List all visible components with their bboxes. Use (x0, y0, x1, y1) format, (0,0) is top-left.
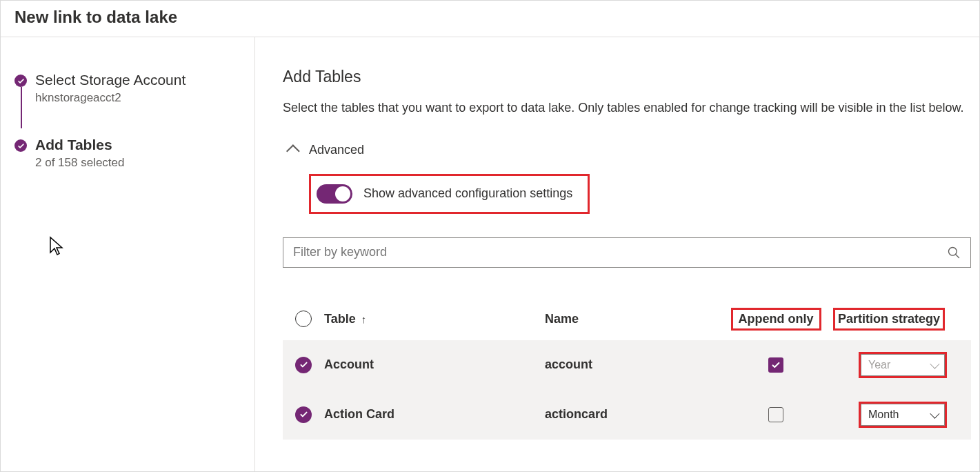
step-title: Add Tables (35, 137, 124, 153)
partition-strategy-select[interactable]: Year (861, 354, 945, 376)
step-subtitle: hknstorageacct2 (35, 91, 186, 105)
row-select-checkbox[interactable] (295, 406, 312, 423)
chevron-down-icon (930, 409, 939, 418)
cursor-icon (49, 236, 66, 262)
filter-input-wrapper[interactable] (283, 237, 971, 268)
chevron-down-icon (930, 359, 939, 368)
filter-input[interactable] (293, 245, 947, 259)
advanced-settings-toggle-row: Show advanced configuration settings (309, 174, 590, 214)
append-only-checkbox[interactable] (768, 407, 783, 422)
advanced-label: Advanced (309, 143, 364, 157)
wizard-sidebar: Select Storage Account hknstorageacct2 A… (1, 37, 255, 472)
select-all-checkbox[interactable] (295, 311, 312, 327)
advanced-toggle-header[interactable]: Advanced (290, 143, 952, 157)
svg-line-1 (956, 254, 959, 257)
chevron-up-icon (286, 145, 300, 159)
step-subtitle: 2 of 158 selected (35, 156, 124, 170)
step-add-tables[interactable]: Add Tables 2 of 158 selected (14, 137, 241, 170)
show-advanced-toggle[interactable] (317, 184, 352, 204)
toggle-label: Show advanced configuration settings (363, 186, 572, 201)
row-name: actioncard (545, 407, 724, 422)
table-header-row: Table ↑ Name Append only Partition strat… (283, 302, 971, 340)
row-table-name: Action Card (324, 407, 545, 422)
check-icon (14, 139, 27, 152)
column-partition-strategy[interactable]: Partition strategy (833, 308, 945, 331)
section-description: Select the tables that you want to expor… (283, 99, 971, 118)
table-row[interactable]: Action Card actioncard Month (283, 390, 971, 440)
step-title: Select Storage Account (35, 72, 186, 88)
partition-strategy-select[interactable]: Month (861, 404, 945, 426)
tables-list: Table ↑ Name Append only Partition strat… (283, 302, 971, 440)
select-value: Year (868, 359, 890, 371)
step-connector (21, 87, 22, 128)
step-select-storage[interactable]: Select Storage Account hknstorageacct2 (14, 72, 241, 105)
row-table-name: Account (324, 357, 545, 372)
column-table[interactable]: Table ↑ (324, 312, 545, 326)
column-name[interactable]: Name (545, 312, 724, 326)
table-row[interactable]: Account account Year (283, 340, 971, 390)
sort-ascending-icon: ↑ (361, 313, 367, 325)
row-select-checkbox[interactable] (295, 357, 312, 373)
section-title: Add Tables (283, 68, 952, 86)
row-name: account (545, 357, 724, 372)
column-table-label: Table (324, 312, 356, 326)
check-icon (14, 75, 27, 87)
search-icon (947, 246, 961, 259)
select-value: Month (868, 409, 899, 421)
column-append-only[interactable]: Append only (731, 308, 821, 331)
page-title: New link to data lake (1, 1, 979, 37)
append-only-checkbox[interactable] (768, 357, 783, 373)
